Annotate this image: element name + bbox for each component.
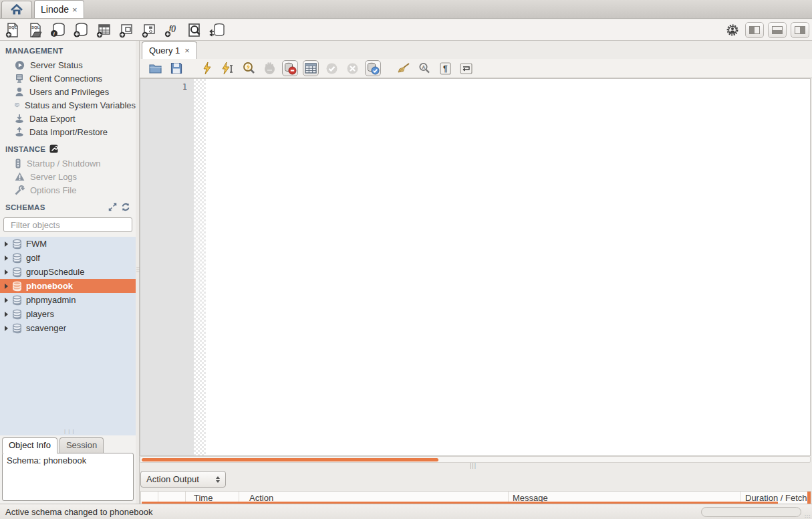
preferences-gear-icon — [725, 23, 740, 37]
schema-row-players[interactable]: players — [0, 307, 136, 321]
create-schema-icon — [73, 22, 89, 38]
expander-icon[interactable] — [5, 270, 8, 275]
stop-hand-icon — [263, 62, 276, 75]
execute-button[interactable] — [199, 60, 215, 76]
output-view-select[interactable]: Action Output — [140, 471, 226, 488]
expander-icon[interactable] — [5, 326, 8, 331]
data-import-icon — [15, 127, 24, 137]
save-script-button[interactable] — [168, 60, 184, 76]
show-invisibles-button[interactable]: ¶ — [437, 60, 453, 76]
toggle-right-panel-button[interactable] — [791, 22, 809, 38]
toggle-stop-on-error-button[interactable] — [282, 60, 298, 76]
sidebar-bottom-tabs: Object Info Session — [0, 435, 136, 453]
limit-rows-button[interactable] — [303, 60, 319, 76]
search-table-data-button[interactable] — [186, 21, 203, 39]
sidebar-item-client-connections[interactable]: Client Connections — [0, 72, 136, 85]
server-status-icon — [15, 60, 25, 70]
close-icon[interactable]: × — [184, 45, 190, 56]
svg-text:f(): f() — [169, 25, 176, 32]
schema-row-scavenger[interactable]: scavenger — [0, 321, 136, 335]
sidebar-item-data-import[interactable]: Data Import/Restore — [0, 125, 136, 138]
rollback-button[interactable] — [344, 60, 360, 76]
commit-button[interactable] — [323, 60, 340, 76]
schema-name: groupSchedule — [26, 267, 84, 277]
sidebar-item-label: Data Export — [29, 114, 76, 124]
svg-text:A: A — [422, 65, 425, 70]
query-tab-bar: Query 1 × — [140, 41, 812, 59]
preferences-button[interactable] — [724, 21, 741, 39]
tab-session[interactable]: Session — [59, 437, 104, 453]
sql-editor-toolbar: A ¶ — [140, 59, 812, 78]
new-sql-tab-button[interactable]: SQL — [4, 21, 21, 39]
output-vertical-scrollbar[interactable] — [807, 492, 811, 504]
stop-button[interactable] — [261, 60, 277, 76]
filter-objects-input[interactable] — [11, 220, 128, 230]
schema-icon — [12, 323, 22, 334]
main-toolbar-right — [724, 19, 809, 41]
expander-icon[interactable] — [5, 241, 8, 247]
sql-text-area[interactable] — [206, 79, 810, 455]
splitter-grip-icon: ||| — [470, 462, 477, 469]
explain-button[interactable] — [241, 60, 257, 76]
schema-icon — [12, 309, 22, 320]
schema-row-groupSchedule[interactable]: groupSchedule — [0, 265, 136, 279]
clear-query-button[interactable] — [396, 60, 412, 76]
object-info-panel: Schema: phonebook — [2, 453, 134, 501]
open-script-button[interactable] — [148, 60, 164, 76]
toggle-left-panel-button[interactable] — [745, 22, 764, 38]
sidebar-item-label: Data Import/Restore — [29, 127, 108, 137]
connection-tab[interactable]: Linode × — [34, 0, 84, 18]
schema-row-FWM[interactable]: FWM — [0, 237, 136, 251]
execute-current-statement-button[interactable] — [220, 60, 236, 76]
expand-icon[interactable] — [108, 203, 117, 211]
stop-on-error-icon — [283, 62, 297, 75]
create-function-icon: f() — [164, 22, 180, 38]
schema-row-golf[interactable]: golf — [0, 251, 136, 265]
expander-icon[interactable] — [5, 284, 8, 289]
find-magnifier-icon: A — [418, 62, 430, 74]
window-resize-grip[interactable]: ∶∶∶ — [805, 516, 811, 518]
sidebar-item-options-file[interactable]: Options File — [0, 183, 136, 197]
sidebar-item-server-status[interactable]: Server Status — [0, 58, 136, 72]
create-view-button[interactable] — [118, 21, 135, 39]
limit-rows-grid-icon — [305, 63, 317, 74]
sidebar-item-server-logs[interactable]: Server Logs — [0, 170, 136, 183]
toggle-wrap-button[interactable] — [458, 60, 474, 76]
close-icon[interactable]: × — [72, 5, 78, 15]
open-sql-script-button[interactable]: SQL — [27, 21, 44, 39]
toggle-autocommit-button[interactable] — [365, 60, 381, 76]
broom-icon — [397, 62, 410, 74]
sidebar-item-startup-shutdown[interactable]: Startup / Shutdown — [0, 157, 136, 170]
expander-icon[interactable] — [5, 255, 8, 261]
output-splitter[interactable]: ||| — [140, 463, 812, 469]
tab-query-1[interactable]: Query 1 × — [142, 41, 197, 59]
create-table-icon — [96, 22, 112, 38]
create-function-button[interactable]: f() — [163, 21, 180, 39]
schema-icon — [12, 267, 22, 278]
panel-splitter-grip[interactable]: | | | — [64, 428, 75, 434]
schema-inspector-button[interactable]: i — [49, 21, 67, 39]
reconnect-dbms-button[interactable] — [209, 21, 226, 39]
tab-object-info[interactable]: Object Info — [2, 437, 57, 453]
sidebar-item-system-variables[interactable]: Status and System Variables — [0, 98, 136, 112]
word-wrap-icon — [460, 63, 472, 74]
sidebar-item-users-privileges[interactable]: Users and Privileges — [0, 85, 136, 98]
scrollbar-thumb[interactable] — [142, 458, 438, 461]
schema-row-phpmyadmin[interactable]: phpmyadmin — [0, 293, 136, 307]
schema-row-phonebook-selected[interactable]: phonebook — [0, 279, 136, 293]
sidebar-item-data-export[interactable]: Data Export — [0, 112, 136, 125]
create-procedure-button[interactable] — [140, 21, 158, 39]
create-table-button[interactable] — [95, 21, 112, 39]
sql-editor[interactable]: 1 — [140, 78, 811, 456]
find-button[interactable]: A — [416, 60, 432, 76]
create-schema-button[interactable] — [72, 21, 90, 39]
toggle-bottom-panel-button[interactable] — [768, 22, 787, 38]
svg-text:¶: ¶ — [443, 64, 448, 74]
expander-icon[interactable] — [5, 312, 8, 317]
explain-magnifier-bolt-icon — [242, 62, 255, 75]
refresh-icon[interactable] — [121, 203, 130, 211]
home-tab[interactable] — [1, 1, 32, 18]
sidebar: MANAGEMENT Server Status Client Connecti… — [0, 41, 136, 504]
expander-icon[interactable] — [5, 298, 8, 303]
schema-icon — [12, 253, 22, 264]
